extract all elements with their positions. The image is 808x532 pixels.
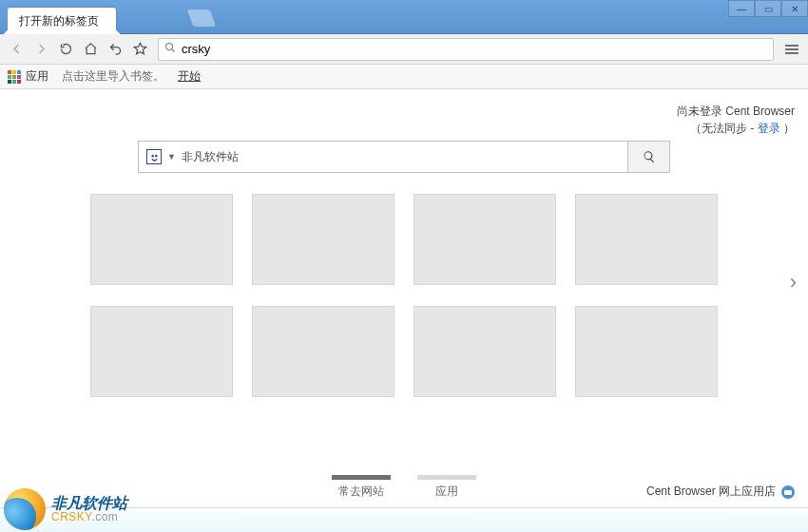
window-maximize-button[interactable]: ▭ bbox=[755, 0, 781, 17]
tab-label: 应用 bbox=[417, 484, 476, 500]
speed-dial-tile[interactable] bbox=[90, 194, 233, 285]
import-bookmarks-hint: 点击这里导入书签。 bbox=[62, 68, 164, 85]
login-link[interactable]: 登录 bbox=[758, 122, 780, 135]
forward-button[interactable] bbox=[30, 39, 51, 60]
omnibox-input[interactable] bbox=[182, 42, 767, 56]
apps-grid-icon bbox=[8, 70, 21, 84]
chevron-down-icon[interactable]: ▼ bbox=[167, 152, 176, 162]
search-provider-icon[interactable] bbox=[146, 149, 162, 164]
apps-label: 应用 bbox=[26, 68, 48, 85]
ntp-section-tabs: 常去网站 应用 bbox=[332, 475, 476, 500]
start-link[interactable]: 开始 bbox=[178, 68, 201, 85]
speed-dial-tile[interactable] bbox=[414, 194, 556, 285]
svg-point-1 bbox=[151, 155, 153, 157]
login-status-line2-post: ） bbox=[780, 122, 795, 135]
speed-dial-tile[interactable] bbox=[414, 306, 556, 397]
search-submit-button[interactable] bbox=[628, 141, 670, 173]
bookmark-bar: 应用 点击这里导入书签。 开始 bbox=[0, 65, 808, 89]
tab-title: 打开新的标签页 bbox=[19, 13, 99, 29]
search-input-wrap[interactable]: ▼ 非凡软件站 bbox=[138, 141, 628, 173]
hamburger-menu-button[interactable] bbox=[781, 39, 802, 60]
navigation-toolbar bbox=[0, 34, 808, 65]
search-provider-label: 非凡软件站 bbox=[182, 149, 239, 165]
tab-apps[interactable]: 应用 bbox=[417, 475, 476, 500]
login-status-line2-pre: （无法同步 - bbox=[690, 122, 758, 135]
browser-tab[interactable]: 打开新的标签页 bbox=[8, 8, 116, 34]
bookmark-star-button[interactable] bbox=[129, 39, 150, 60]
home-button[interactable] bbox=[80, 39, 101, 60]
speed-dial-tile[interactable] bbox=[575, 306, 718, 397]
login-status: 尚未登录 Cent Browser （无法同步 - 登录 ） bbox=[677, 103, 795, 137]
reload-button[interactable] bbox=[55, 39, 76, 60]
apps-shortcut[interactable]: 应用 bbox=[8, 68, 48, 85]
back-button[interactable] bbox=[6, 39, 27, 60]
new-tab-page: 尚未登录 Cent Browser （无法同步 - 登录 ） ▼ 非凡软件站 › bbox=[0, 89, 808, 507]
address-bar[interactable] bbox=[158, 38, 774, 61]
svg-point-2 bbox=[155, 155, 157, 157]
speed-dial-tile[interactable] bbox=[252, 194, 394, 285]
login-status-line1: 尚未登录 Cent Browser bbox=[677, 103, 795, 120]
tab-frequent-sites[interactable]: 常去网站 bbox=[332, 475, 391, 500]
speed-dial-tile[interactable] bbox=[252, 306, 394, 397]
tab-label: 常去网站 bbox=[332, 484, 391, 500]
web-store-link[interactable]: Cent Browser 网上应用店 bbox=[646, 484, 795, 500]
svg-point-3 bbox=[154, 160, 155, 161]
speed-dial-tile[interactable] bbox=[90, 306, 233, 397]
new-tab-button[interactable] bbox=[187, 10, 217, 27]
undo-close-button[interactable] bbox=[105, 39, 125, 60]
speed-dial-tile[interactable] bbox=[575, 194, 718, 285]
window-close-button[interactable]: ✕ bbox=[781, 0, 808, 17]
watermark-logo-icon bbox=[4, 488, 46, 530]
speed-dial-grid bbox=[90, 194, 718, 397]
watermark-line2a: CRSKY bbox=[51, 510, 91, 523]
search-icon bbox=[164, 42, 176, 56]
ntp-search-box: ▼ 非凡软件站 bbox=[138, 141, 670, 173]
svg-point-0 bbox=[166, 44, 173, 50]
site-watermark: 非凡软件站 CRSKY.com bbox=[4, 488, 127, 530]
watermark-line2b: .com bbox=[91, 510, 118, 523]
store-icon bbox=[781, 485, 795, 499]
watermark-line1: 非凡软件站 bbox=[51, 495, 127, 512]
store-label: Cent Browser 网上应用店 bbox=[646, 484, 776, 500]
window-titlebar: — ▭ ✕ 打开新的标签页 bbox=[0, 0, 808, 34]
next-page-chevron[interactable]: › bbox=[790, 270, 797, 294]
window-minimize-button[interactable]: — bbox=[728, 0, 755, 17]
